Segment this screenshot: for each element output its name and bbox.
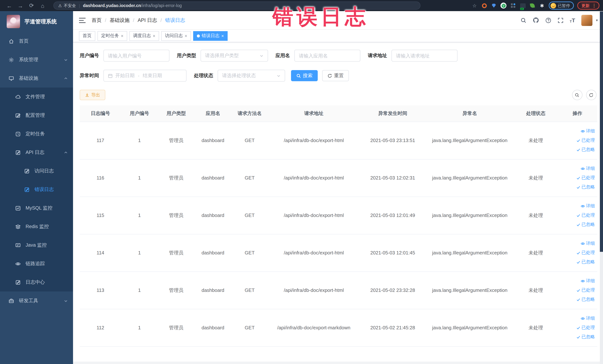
extension-v-icon[interactable]: V: [500, 2, 507, 9]
browser-forward-icon[interactable]: →: [15, 1, 26, 10]
detail-link[interactable]: 详细: [558, 164, 595, 173]
extension-switch-icon[interactable]: on: [520, 2, 526, 9]
sidebar-item-file-manage[interactable]: 文件管理: [0, 88, 73, 106]
search-icon[interactable]: [521, 17, 526, 23]
breadcrumb-api-log[interactable]: API 日志: [138, 17, 157, 23]
user-id-field[interactable]: [104, 50, 169, 61]
mark-processed-link[interactable]: 已处理: [558, 173, 595, 182]
breadcrumb-separator: /: [133, 17, 134, 23]
cell-method: GET: [231, 234, 268, 271]
sidebar-item-mysql-monitor[interactable]: MySQL 监控: [0, 199, 73, 217]
mark-processed-link[interactable]: 已处理: [558, 248, 595, 257]
browser-reload-icon[interactable]: ⟳: [26, 1, 37, 10]
tab-home[interactable]: 首页: [79, 31, 95, 41]
font-size-icon[interactable]: TT: [570, 17, 575, 23]
browser-profile-button[interactable]: 已暂停: [548, 1, 574, 10]
browser-update-button[interactable]: 更新 ⋮: [577, 1, 599, 10]
cell-user-id: 1: [121, 197, 158, 234]
app-name-input[interactable]: [299, 53, 356, 59]
breadcrumb-home[interactable]: 首页: [92, 17, 102, 23]
document-edit-icon: [15, 150, 21, 155]
detail-link[interactable]: 详细: [558, 239, 595, 248]
breadcrumb-infra[interactable]: 基础设施: [110, 17, 129, 23]
tab-error-log[interactable]: 错误日志 ×: [193, 31, 228, 41]
avatar-caret-icon[interactable]: ▾: [596, 18, 598, 22]
mark-ignored-link[interactable]: 已忽略: [558, 257, 595, 267]
sidebar-item-config-manage[interactable]: 配置管理: [0, 106, 73, 125]
exception-time-range-picker[interactable]: 开始日期 - 结束日期: [104, 70, 186, 82]
mark-processed-link[interactable]: 已处理: [558, 286, 595, 295]
sidebar-item-dev-tools[interactable]: 研发工具: [0, 292, 73, 310]
vertical-scrollbar-thumb[interactable]: [600, 12, 603, 252]
help-icon[interactable]: [545, 17, 551, 23]
monitor-icon: [8, 75, 14, 81]
extension-orange-icon[interactable]: [481, 2, 487, 9]
tab-close-icon[interactable]: ×: [121, 33, 123, 38]
detail-link[interactable]: 详细: [558, 127, 595, 136]
mark-ignored-link[interactable]: 已忽略: [558, 332, 595, 341]
chevron-down-icon: [259, 54, 264, 58]
extension-grid-icon[interactable]: [510, 2, 516, 9]
cell-log-id: 112: [80, 309, 121, 346]
user-type-select[interactable]: 请选择用户类型: [201, 50, 268, 61]
extension-leaf-icon[interactable]: [529, 2, 535, 9]
sidebar-item-infra[interactable]: 基础设施: [0, 69, 73, 88]
mark-ignored-link[interactable]: 已忽略: [558, 182, 595, 192]
extension-pin-icon[interactable]: [491, 2, 497, 9]
browser-back-icon[interactable]: ←: [4, 1, 15, 10]
col-log-id: 日志编号: [80, 105, 121, 122]
tab-close-icon[interactable]: ×: [221, 33, 224, 38]
collapse-sidebar-icon[interactable]: [79, 18, 86, 23]
sidebar-item-redis-monitor[interactable]: Redis 监控: [0, 217, 73, 236]
export-button[interactable]: 导出: [80, 90, 105, 100]
mark-ignored-link[interactable]: 已忽略: [558, 145, 595, 154]
toggle-search-button[interactable]: [572, 90, 582, 100]
tab-close-icon[interactable]: ×: [185, 33, 187, 38]
detail-link[interactable]: 详细: [558, 201, 595, 211]
sidebar-item-access-log[interactable]: 访问日志: [0, 162, 73, 180]
sidebar-item-api-log[interactable]: API 日志: [0, 143, 73, 162]
reset-button[interactable]: 重置: [322, 70, 349, 81]
detail-link[interactable]: 详细: [558, 314, 595, 323]
browser-home-icon[interactable]: ⌂: [37, 1, 48, 10]
user-id-input[interactable]: [108, 53, 165, 59]
logo-row[interactable]: 芋道管理系统: [0, 11, 73, 32]
mark-processed-link[interactable]: 已处理: [558, 136, 595, 145]
sidebar-item-system[interactable]: 系统管理: [0, 50, 73, 69]
sidebar-item-java-monitor[interactable]: Java 监控: [0, 236, 73, 254]
logo-image: [7, 15, 20, 28]
bookmark-star-icon[interactable]: ☆: [471, 2, 478, 9]
sidebar-item-error-log[interactable]: 错误日志: [0, 180, 73, 199]
request-url-input[interactable]: [396, 53, 453, 59]
search-button-label: 搜索: [303, 72, 313, 79]
user-type-placeholder: 请选择用户类型: [205, 52, 259, 59]
fullscreen-icon[interactable]: [557, 17, 564, 23]
mark-ignored-link[interactable]: 已忽略: [558, 220, 595, 229]
mark-ignored-link[interactable]: 已忽略: [558, 295, 595, 304]
user-avatar[interactable]: [581, 15, 593, 26]
tab-close-icon[interactable]: ×: [153, 33, 155, 38]
refresh-table-button[interactable]: [586, 90, 596, 100]
browser-menu-kebab-icon[interactable]: ⋮: [592, 3, 596, 8]
sidebar-item-log-center[interactable]: 日志中心: [0, 273, 73, 292]
vertical-scrollbar-track[interactable]: [600, 11, 603, 364]
github-icon[interactable]: [533, 17, 539, 23]
sidebar-item-home[interactable]: 首页: [0, 32, 73, 50]
tab-scheduled-job[interactable]: 定时任务 ×: [97, 31, 127, 41]
request-url-field[interactable]: [392, 50, 457, 61]
sidebar-item-label: 错误日志: [35, 186, 54, 193]
mark-processed-link[interactable]: 已处理: [558, 211, 595, 220]
mark-processed-link[interactable]: 已处理: [558, 323, 595, 332]
tab-schedule-log[interactable]: 调度日志 ×: [129, 31, 159, 41]
search-button[interactable]: 搜索: [291, 70, 318, 81]
sidebar-item-scheduled-job[interactable]: 定时任务: [0, 125, 73, 143]
extensions-puzzle-icon[interactable]: ✱: [539, 2, 545, 9]
process-status-select[interactable]: 请选择处理状态: [218, 70, 285, 82]
tab-access-log[interactable]: 访问日志 ×: [161, 31, 191, 41]
sidebar-item-trace[interactable]: 链路追踪: [0, 254, 73, 273]
app-name-field[interactable]: [294, 50, 360, 61]
cell-request-url: /api/infra/db-doc/export-markdown: [268, 309, 359, 346]
horizontal-scrollbar-track[interactable]: [73, 361, 603, 364]
tab-label: 调度日志: [133, 33, 151, 39]
detail-link[interactable]: 详细: [558, 276, 595, 286]
